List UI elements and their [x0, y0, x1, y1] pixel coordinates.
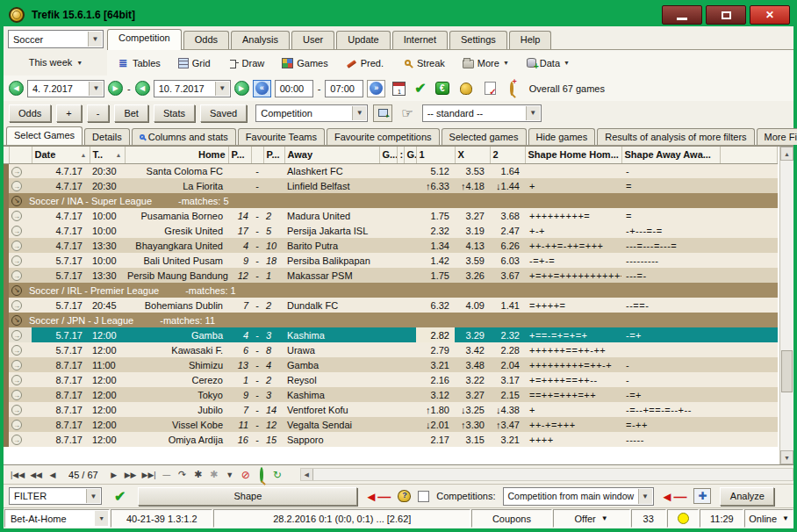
open-game-icon[interactable]: →	[11, 345, 22, 356]
toolbar-button-pred[interactable]: Pred.	[343, 56, 386, 70]
scroll-down-icon[interactable]: ▼	[780, 450, 793, 464]
date-from-prev-button[interactable]: ◀	[9, 81, 24, 96]
redo-icon[interactable]: ↷	[177, 469, 188, 480]
view-tab-select-games[interactable]: Select Games	[6, 126, 83, 145]
refresh-icon[interactable]: ↻	[272, 469, 283, 481]
table-row[interactable]: →4.7.1710:00Pusamania Borneo14-2Madura U…	[4, 208, 778, 223]
checklist-icon[interactable]	[485, 82, 496, 95]
filter-apply-check-icon[interactable]: ✔	[114, 488, 126, 505]
column-header-date[interactable]: Date▲	[32, 147, 90, 163]
new-record-dim-icon[interactable]: ✱	[209, 469, 219, 480]
open-game-icon[interactable]: →	[11, 420, 22, 430]
row-detail-cell[interactable]: →	[9, 163, 32, 178]
online-dropdown[interactable]: Online ▼	[744, 509, 793, 528]
column-header-x[interactable]: X	[455, 147, 490, 163]
group-header-row[interactable]: ↘Soccer / INA - Super League-matches: 5	[4, 193, 778, 208]
column-header-shape-away-awa[interactable]: Shape Away Awa...	[621, 147, 720, 163]
table-row[interactable]: →4.7.1720:30La Fiorita-Linfield Belfast↑…	[4, 178, 778, 193]
first-record-button[interactable]: |◀◀	[11, 471, 25, 479]
time-reset-start-button[interactable]: «	[253, 80, 271, 97]
date-from-select[interactable]: 4. 7.2017 ▼	[27, 80, 104, 97]
date-to-next-button[interactable]: ▶	[234, 81, 249, 96]
menu-tab-update[interactable]: Update	[336, 31, 390, 49]
open-game-icon[interactable]: →	[11, 226, 22, 236]
cancel-filter-icon[interactable]: ⊘	[241, 469, 251, 481]
offer-dropdown[interactable]: Offer ▼	[553, 509, 630, 528]
action-button-bet[interactable]: Bet	[114, 104, 148, 122]
table-row[interactable]: →5.7.1712:00Kawasaki F.6-8Urawa2.793.422…	[4, 342, 778, 357]
table-row[interactable]: →8.7.1712:00Vissel Kobe11-12Vegalta Send…	[4, 417, 778, 432]
prev-record-button[interactable]: ◀	[47, 471, 58, 479]
toolbar-button-more[interactable]: More▼	[460, 56, 512, 70]
open-game-icon[interactable]: →	[11, 405, 22, 415]
last-record-button[interactable]: ▶▶|	[142, 471, 156, 479]
filter-select[interactable]: FILTER ▼	[9, 487, 102, 505]
time-to-input[interactable]: 07:00	[325, 80, 363, 97]
table-row[interactable]: →5.7.1710:00Bali United Pusam9-18Persiba…	[4, 253, 778, 268]
time-reset-end-button[interactable]: »	[367, 80, 385, 97]
column-header-p[interactable]: P...	[263, 147, 284, 163]
competitions-checkbox[interactable]	[418, 491, 429, 502]
table-row[interactable]: →8.7.1712:00Cerezo1-2Reysol2.163.223.17+…	[4, 372, 778, 387]
bookmaker-select[interactable]: Bet-At-Home ▼	[4, 509, 110, 528]
time-from-input[interactable]: 00:00	[275, 80, 313, 97]
table-row[interactable]: →4.7.1710:00Gresik United17-5Persija Jak…	[4, 223, 778, 238]
row-detail-cell[interactable]: →	[9, 223, 32, 238]
group-header-row[interactable]: ↘Soccer / JPN - J League-matches: 11	[4, 313, 778, 327]
row-detail-cell[interactable]: →	[9, 402, 32, 417]
close-button[interactable]: ✕	[750, 5, 790, 25]
horizontal-scrollbar[interactable]: ◀	[300, 468, 793, 481]
row-detail-cell[interactable]: →	[9, 298, 32, 313]
red-left-arrow-icon[interactable]: ◄—	[661, 490, 687, 503]
toolbar-button-streak[interactable]: Streak	[398, 55, 448, 70]
collapse-arrow-icon[interactable]: ↘	[11, 196, 22, 206]
filter-funnel-icon[interactable]: ▼	[225, 471, 235, 479]
fast-forward-button[interactable]: ▶▶	[125, 471, 137, 479]
zoom-doc-icon[interactable]	[256, 469, 267, 481]
column-header-dash[interactable]	[251, 147, 263, 163]
toolbar-button-draw[interactable]: Draw	[226, 56, 268, 70]
row-detail-cell[interactable]: →	[9, 327, 32, 342]
scrollbar-thumb[interactable]	[781, 350, 793, 392]
table-row[interactable]: →4.7.1720:30Santa Coloma FC-Alashkert FC…	[4, 163, 778, 178]
action-button-saved[interactable]: Saved	[200, 104, 247, 122]
table-row[interactable]: →8.7.1712:00Omiya Ardija16-15Sapporo2.17…	[4, 432, 778, 447]
column-header-arr[interactable]	[9, 147, 32, 163]
menu-tab-odds[interactable]: Odds	[183, 31, 229, 49]
row-detail-cell[interactable]: →	[9, 208, 32, 223]
view-select[interactable]: Competition ▼	[255, 104, 368, 122]
view-tab-more-filters[interactable]: More Filters	[757, 128, 797, 145]
scroll-up-icon[interactable]: ▲	[780, 147, 793, 161]
open-game-icon[interactable]: →	[11, 375, 22, 385]
open-game-icon[interactable]: →	[11, 330, 22, 341]
coupons-button[interactable]: Coupons	[471, 509, 552, 528]
import-button[interactable]	[373, 104, 392, 122]
table-row[interactable]: →5.7.1713:30Persib Maung Bandung12-1Maka…	[4, 268, 778, 283]
toolbar-button-games[interactable]: Games	[279, 56, 330, 70]
date-to-prev-button[interactable]: ◀	[135, 81, 150, 96]
table-row[interactable]: →8.7.1711:00Shimizu13-4Gamba3.213.482.04…	[4, 357, 778, 372]
row-detail-cell[interactable]: →	[9, 253, 32, 268]
action-button-[interactable]: +	[56, 104, 81, 122]
zoom-plus-icon[interactable]	[510, 83, 513, 94]
action-button-[interactable]: -	[87, 104, 110, 122]
action-button-stats[interactable]: Stats	[154, 104, 195, 122]
column-header-t[interactable]: T..▲	[90, 147, 125, 163]
table-row[interactable]: →4.7.1713:30Bhayangkara United4-10Barito…	[4, 238, 778, 253]
table-row[interactable]: →8.7.1712:00Tokyo9-3Kashima3.123.272.15=…	[4, 387, 778, 402]
action-button-odds[interactable]: Odds	[9, 104, 51, 122]
table-row[interactable]: →5.7.1720:45Bohemians Dublin7-2Dundalk F…	[4, 298, 778, 313]
menu-tab-user[interactable]: User	[291, 31, 334, 49]
menu-tab-competition[interactable]: Competition	[107, 29, 182, 50]
open-game-icon[interactable]: →	[11, 435, 22, 445]
open-game-icon[interactable]: →	[11, 241, 22, 251]
competitions-select[interactable]: Competition from main window ▼	[503, 487, 654, 506]
calendar-icon[interactable]: 1	[392, 82, 406, 96]
shape-button[interactable]: Shape	[138, 487, 357, 506]
open-game-icon[interactable]: →	[11, 255, 22, 266]
column-header-[interactable]: :	[397, 147, 404, 163]
collapse-arrow-icon[interactable]: ↘	[11, 285, 22, 296]
open-game-icon[interactable]: →	[11, 270, 22, 281]
view-tab-favourite-competitions[interactable]: Favourite competitions	[327, 128, 440, 145]
analyze-button[interactable]: Analyze	[720, 487, 774, 506]
